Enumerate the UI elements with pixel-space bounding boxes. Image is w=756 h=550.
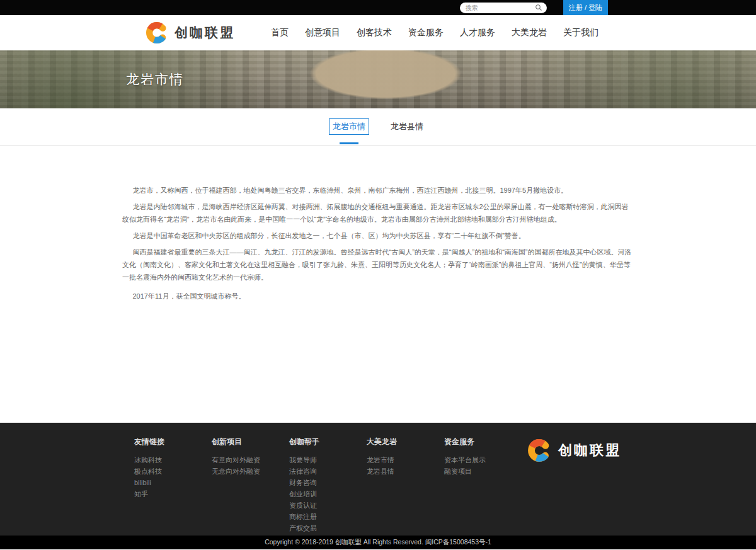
footer-brand-name: 创咖联盟 [558, 441, 621, 460]
brand-name: 创咖联盟 [175, 24, 235, 42]
nav-item[interactable]: 人才服务 [460, 27, 495, 38]
footer-link[interactable]: 我要导师 [289, 456, 367, 464]
footer-link[interactable]: 融资项目 [444, 467, 522, 475]
nav-item[interactable]: 首页 [271, 27, 289, 38]
article-paragraph: 龙岩是内陆邻海城市，是海峡西岸经济区延伸两翼、对接两洲、拓展腹地的交通枢纽与重要… [122, 200, 634, 226]
copyright-bar: Copyright © 2018-2019 创咖联盟 All Rights Re… [0, 536, 756, 549]
navbar: 创咖联盟 首页创意项目创客技术资金服务人才服务大美龙岩关于我们 [0, 15, 756, 50]
footer-link[interactable]: 法律咨询 [289, 467, 367, 475]
copyright-text: Copyright © 2018-2019 创咖联盟 All Rights Re… [265, 538, 491, 547]
footer-column-title: 创咖帮手 [289, 437, 367, 447]
hero-banner: 龙岩市情 [0, 50, 756, 108]
brand-logo-icon [145, 21, 169, 45]
register-login-button[interactable]: 注册 / 登陆 [563, 0, 608, 15]
hero-title: 龙岩市情 [126, 71, 184, 88]
footer-link[interactable]: 龙岩县情 [367, 467, 444, 475]
tab-active[interactable]: 龙岩市情 [329, 118, 369, 135]
search-box[interactable] [460, 3, 547, 13]
footer-link[interactable]: 知乎 [134, 490, 212, 498]
topbar: 注册 / 登陆 [0, 0, 756, 15]
nav-item[interactable]: 创客技术 [357, 27, 392, 38]
article: 龙岩市，又称闽西，位于福建西部，地处闽粤赣三省交界，东临漳州、泉州，南邻广东梅州… [122, 184, 634, 302]
footer-column-title: 友情链接 [134, 437, 212, 447]
footer-column: 创咖帮手我要导师法律咨询财务咨询创业培训资质认证商标注册产权交易 [289, 437, 367, 536]
tab-bar: 龙岩市情龙岩县情 [0, 108, 756, 146]
nav-item[interactable]: 创意项目 [305, 27, 340, 38]
footer-link[interactable]: 商标注册 [289, 513, 367, 520]
footer-link[interactable]: 财务咨询 [289, 479, 367, 486]
content: 龙岩市，又称闽西，位于福建西部，地处闽粤赣三省交界，东临漳州、泉州，南邻广东梅州… [0, 146, 756, 423]
article-paragraph: 龙岩是中国革命老区和中央苏区的组成部分，长征出发地之一，七个县（市、区）均为中央… [122, 229, 634, 242]
footer: 友情链接冰购科技极点科技bilibili知乎创新项目有意向对外融资无意向对外融资… [0, 423, 756, 536]
footer-column: 创新项目有意向对外融资无意向对外融资 [212, 437, 289, 536]
nav-item[interactable]: 关于我们 [563, 27, 598, 38]
footer-column-title: 创新项目 [212, 437, 289, 447]
footer-link[interactable]: 无意向对外融资 [212, 467, 289, 475]
footer-column: 大美龙岩龙岩市情龙岩县情 [367, 437, 444, 536]
brand[interactable]: 创咖联盟 [145, 21, 235, 45]
page: 注册 / 登陆 创咖联盟 首页创意项目创客技术资金服务人才服务大美龙岩关于我们 … [0, 0, 756, 550]
footer-column-title: 资金服务 [444, 437, 522, 447]
footer-link[interactable]: 创业培训 [289, 490, 367, 498]
footer-column: 资金服务资本平台展示融资项目 [444, 437, 522, 536]
footer-link[interactable]: 资本平台展示 [444, 456, 522, 464]
footer-link[interactable]: 有意向对外融资 [212, 456, 289, 464]
article-paragraph: 龙岩市，又称闽西，位于福建西部，地处闽粤赣三省交界，东临漳州、泉州，南邻广东梅州… [122, 184, 634, 197]
tab[interactable]: 龙岩县情 [387, 118, 427, 135]
footer-link[interactable]: bilibili [134, 479, 212, 486]
footer-brand[interactable]: 创咖联盟 [527, 438, 621, 463]
footer-link[interactable]: 资质认证 [289, 501, 367, 509]
nav-item[interactable]: 大美龙岩 [512, 27, 547, 38]
footer-link[interactable]: 产权交易 [289, 524, 367, 532]
article-paragraph: 闽西是福建省最重要的三条大江——闽江、九龙江、汀江的发源地。曾经是远古时代“古闽… [122, 246, 634, 284]
main-nav: 首页创意项目创客技术资金服务人才服务大美龙岩关于我们 [271, 27, 598, 38]
search-input[interactable] [464, 4, 532, 12]
active-tab-indicator [340, 142, 358, 144]
article-paragraph: 2017年11月，获全国文明城市称号。 [122, 290, 634, 302]
footer-brand-logo-icon [527, 438, 552, 463]
footer-column-title: 大美龙岩 [367, 437, 444, 447]
footer-link[interactable]: 龙岩市情 [367, 456, 444, 464]
nav-item[interactable]: 资金服务 [408, 27, 444, 38]
footer-columns: 友情链接冰购科技极点科技bilibili知乎创新项目有意向对外融资无意向对外融资… [134, 437, 522, 536]
search-icon[interactable] [535, 4, 542, 11]
footer-column: 友情链接冰购科技极点科技bilibili知乎 [134, 437, 212, 536]
footer-link[interactable]: 极点科技 [134, 467, 212, 475]
footer-link[interactable]: 冰购科技 [134, 456, 212, 464]
